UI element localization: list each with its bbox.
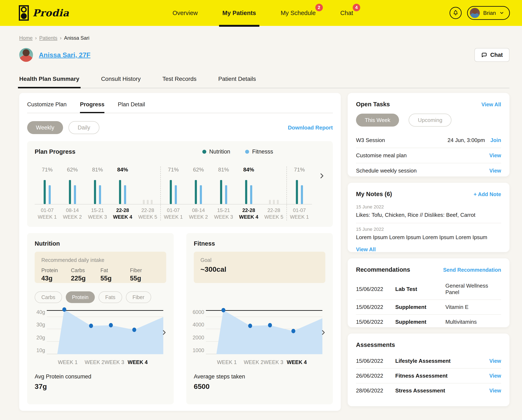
nutrition-title: Nutrition bbox=[35, 240, 166, 247]
chip-fats[interactable]: Fats bbox=[99, 291, 122, 303]
patient-chat-button[interactable]: Chat bbox=[474, 48, 509, 62]
x-tick-label: WEEK 2 bbox=[85, 359, 104, 365]
send-recommendation-link[interactable]: Send Recommendation bbox=[443, 267, 501, 273]
note-item: 15 June 2022Likes: Tofu, Chicken, Rice /… bbox=[356, 201, 501, 223]
my-notes-card: My Notes (6) + Add Note 15 June 2022Like… bbox=[348, 183, 509, 252]
week-label: 01-07WEEK 1 bbox=[290, 207, 309, 221]
nutrition-bar bbox=[44, 180, 46, 204]
steps-chart: 6000400020001000 bbox=[194, 309, 325, 354]
tasks-chip-this-week[interactable]: This Week bbox=[356, 114, 399, 127]
assessment-view-link[interactable]: View bbox=[489, 373, 501, 379]
progress-percent-label: 81% bbox=[92, 166, 103, 174]
tasks-chip-upcoming[interactable]: Upcoming bbox=[409, 114, 452, 127]
legend-label: Fitnesss bbox=[252, 148, 273, 155]
protein-chart-next-button[interactable] bbox=[161, 329, 168, 337]
user-menu[interactable]: Brian bbox=[467, 6, 510, 20]
task-action-link[interactable]: View bbox=[489, 168, 501, 174]
nav-item-my-schedule[interactable]: My Schedule2 bbox=[281, 0, 316, 26]
nav-item-label: My Patients bbox=[222, 10, 256, 16]
chat-button-label: Chat bbox=[490, 52, 503, 58]
week-label: 15-21WEEK 3 bbox=[88, 207, 107, 221]
y-tick-label: 30g bbox=[36, 322, 45, 328]
progress-week-group: 22-28WEEK 5 bbox=[135, 166, 160, 221]
task-action-link[interactable]: View bbox=[489, 152, 501, 158]
chip-carbs[interactable]: Carbs bbox=[35, 291, 62, 303]
tab-patient-details[interactable]: Patient Details bbox=[218, 76, 256, 88]
assessment-view-link[interactable]: View bbox=[489, 358, 501, 364]
subtab-plan-detail[interactable]: Plan Detail bbox=[118, 101, 145, 113]
note-item: 15 June 2022Lorem Ipsum Lorem Ipsum Lore… bbox=[356, 223, 501, 245]
fitness-bar bbox=[200, 185, 202, 204]
bell-icon bbox=[453, 10, 459, 16]
assessment-row: 15/06/2022Lifestyle AssessmentView bbox=[356, 354, 501, 369]
x-tick-label: WEEK 4 bbox=[128, 359, 148, 365]
legend-dot-fitnesss bbox=[245, 150, 249, 154]
assessment-view-link[interactable]: View bbox=[489, 388, 501, 394]
patient-name-link[interactable]: Anissa Sari, 27F bbox=[39, 51, 90, 59]
nutrition-bar bbox=[296, 180, 298, 204]
subtab-customize-plan[interactable]: Customize Plan bbox=[27, 101, 67, 113]
task-time: 24 Jun, 3:00pm bbox=[447, 137, 485, 143]
nav-item-my-patients[interactable]: My Patients bbox=[222, 0, 256, 26]
chart-baseline bbox=[35, 204, 312, 204]
download-report-link[interactable]: Download Report bbox=[288, 124, 333, 131]
breadcrumb-home[interactable]: Home bbox=[19, 35, 33, 41]
progress-chart-next-button[interactable] bbox=[312, 166, 325, 221]
tab-test-records[interactable]: Test Records bbox=[162, 76, 197, 88]
chip-protein[interactable]: Protein bbox=[66, 291, 95, 303]
open-tasks-view-all-link[interactable]: View All bbox=[482, 101, 501, 108]
screen: Prodia OverviewMy PatientsMy Schedule2Ch… bbox=[0, 0, 522, 420]
breadcrumb-patients[interactable]: Patients bbox=[39, 35, 57, 41]
fitness-title: Fitness bbox=[194, 240, 325, 247]
user-name: Brian bbox=[483, 10, 496, 16]
tab-health-plan-summary[interactable]: Health Plan Summary bbox=[19, 76, 79, 88]
progress-bars bbox=[195, 174, 202, 204]
nutrition-bar bbox=[94, 180, 96, 204]
plan-subtabs: Customize PlanProgressPlan Detail bbox=[27, 101, 333, 113]
progress-bars bbox=[170, 174, 177, 204]
recommendations-list: 15/06/2022Lab TestGeneral Wellness Panel… bbox=[356, 279, 501, 329]
progress-bars bbox=[44, 174, 51, 204]
week-label: 22-28WEEK 4 bbox=[113, 207, 132, 221]
nutrient-filter-chips: CarbsProteinFatsFiber bbox=[35, 291, 166, 303]
plan-progress-legend: NutritionFitnesss bbox=[202, 148, 273, 155]
intake-fiber: Fiber55g bbox=[130, 267, 160, 282]
week-label: 08-14WEEK 2 bbox=[63, 207, 82, 221]
notifications-bell-button[interactable] bbox=[450, 7, 462, 19]
placeholder-bar bbox=[277, 200, 279, 204]
tab-consult-history[interactable]: Consult History bbox=[101, 76, 141, 88]
period-pill-weekly[interactable]: Weekly bbox=[27, 121, 63, 134]
fitness-bar bbox=[175, 185, 177, 204]
progress-bars bbox=[119, 174, 126, 204]
steps-chart-next-button[interactable] bbox=[320, 329, 327, 337]
progress-percent-label: 62% bbox=[193, 166, 204, 174]
nutrition-panel: Nutrition Recommended daily intake Prote… bbox=[27, 233, 174, 404]
week-label: 01-07WEEK 1 bbox=[164, 207, 183, 221]
assessments-title: Assessments bbox=[356, 342, 395, 348]
week-label: 22-28WEEK 5 bbox=[264, 207, 283, 221]
subtab-progress[interactable]: Progress bbox=[80, 101, 104, 113]
nav-item-label: Overview bbox=[172, 10, 198, 16]
intake-label: Recommended daily intake bbox=[41, 257, 160, 263]
progress-percent-label: 62% bbox=[67, 166, 78, 174]
protein-summary-label: Avg Protein consumed bbox=[35, 373, 166, 380]
task-action-link[interactable]: Join bbox=[491, 137, 501, 143]
x-tick-label: WEEK 4 bbox=[287, 359, 307, 365]
fitness-bar bbox=[74, 185, 76, 204]
data-point bbox=[109, 323, 113, 327]
notes-view-all-link[interactable]: View All bbox=[356, 246, 376, 252]
chip-fiber[interactable]: Fiber bbox=[126, 291, 151, 303]
tasks-filter-chips: This WeekUpcoming bbox=[356, 114, 501, 127]
intake-value: 55g bbox=[130, 275, 160, 282]
nav-item-chat[interactable]: Chat4 bbox=[340, 0, 353, 26]
brand-logo[interactable]: Prodia bbox=[19, 5, 69, 21]
add-note-link[interactable]: + Add Note bbox=[474, 191, 501, 197]
intake-name: Carbs bbox=[71, 267, 101, 273]
nutrition-bar bbox=[195, 180, 197, 204]
week-label: 22-28WEEK 4 bbox=[239, 207, 258, 221]
nav-item-overview[interactable]: Overview bbox=[172, 0, 198, 26]
period-pill-daily[interactable]: Daily bbox=[69, 121, 100, 134]
breadcrumb: Home›Patients›Anissa Sari bbox=[19, 35, 89, 41]
y-tick-label: 1000 bbox=[192, 347, 204, 353]
x-tick-label: WEEK 1 bbox=[58, 359, 77, 365]
